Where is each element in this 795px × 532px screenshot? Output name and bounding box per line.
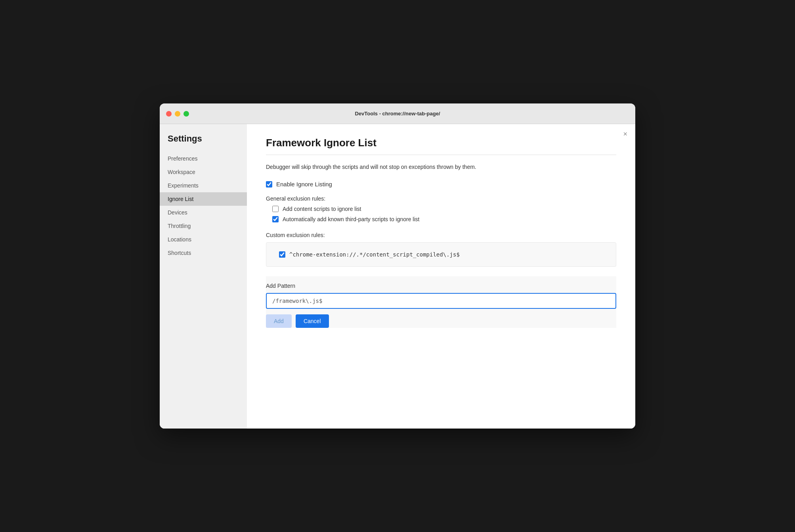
- sidebar-item-ignore-list[interactable]: Ignore List: [160, 192, 247, 206]
- custom-exclusion-section: Custom exclusion rules: ^chrome-extensio…: [266, 232, 616, 267]
- add-button[interactable]: Add: [266, 314, 292, 328]
- sidebar-heading: Settings: [160, 134, 247, 152]
- auto-third-party-label[interactable]: Automatically add known third-party scri…: [283, 216, 419, 222]
- sidebar-item-locations[interactable]: Locations: [160, 233, 247, 246]
- add-content-scripts-row: Add content scripts to ignore list: [272, 206, 616, 212]
- general-exclusion-section: General exclusion rules: Add content scr…: [266, 195, 616, 222]
- window-title: DevTools - chrome://new-tab-page/: [355, 111, 440, 117]
- add-content-scripts-checkbox[interactable]: [272, 206, 279, 212]
- custom-rule-row-0: ^chrome-extension://.*/content_script_co…: [279, 247, 610, 262]
- sidebar-item-workspace[interactable]: Workspace: [160, 165, 247, 179]
- add-pattern-section: Add Pattern Add Cancel: [266, 276, 616, 328]
- pattern-input[interactable]: [266, 293, 616, 309]
- devtools-window: DevTools - chrome://new-tab-page/ Settin…: [160, 103, 635, 429]
- chrome-ext-rule-label[interactable]: ^chrome-extension://.*/content_script_co…: [289, 251, 460, 258]
- page-description: Debugger will skip through the scripts a…: [266, 163, 616, 171]
- maximize-traffic-light[interactable]: [183, 111, 189, 117]
- sidebar-item-throttling[interactable]: Throttling: [160, 219, 247, 233]
- add-pattern-label: Add Pattern: [266, 283, 616, 289]
- minimize-traffic-light[interactable]: [175, 111, 180, 117]
- sidebar-item-devices[interactable]: Devices: [160, 206, 247, 219]
- title-divider: [266, 155, 616, 155]
- sidebar: Settings Preferences Workspace Experimen…: [160, 124, 247, 429]
- close-button[interactable]: ×: [623, 130, 627, 138]
- sidebar-item-shortcuts[interactable]: Shortcuts: [160, 246, 247, 260]
- cancel-button[interactable]: Cancel: [296, 314, 329, 328]
- sidebar-item-experiments[interactable]: Experiments: [160, 179, 247, 192]
- traffic-lights: [166, 111, 189, 117]
- enable-ignore-listing-label[interactable]: Enable Ignore Listing: [276, 181, 332, 188]
- button-row: Add Cancel: [266, 314, 616, 328]
- sidebar-item-preferences[interactable]: Preferences: [160, 152, 247, 165]
- main-content: × Framework Ignore List Debugger will sk…: [247, 124, 635, 429]
- close-traffic-light[interactable]: [166, 111, 172, 117]
- auto-third-party-checkbox[interactable]: [272, 216, 279, 222]
- page-title: Framework Ignore List: [266, 137, 616, 149]
- enable-ignore-listing-row: Enable Ignore Listing: [266, 181, 616, 188]
- general-exclusion-label: General exclusion rules:: [266, 195, 616, 202]
- custom-exclusion-label: Custom exclusion rules:: [266, 232, 616, 238]
- chrome-ext-rule-checkbox[interactable]: [279, 251, 285, 258]
- auto-third-party-row: Automatically add known third-party scri…: [272, 216, 616, 222]
- enable-ignore-listing-checkbox[interactable]: [266, 181, 272, 188]
- add-content-scripts-label[interactable]: Add content scripts to ignore list: [283, 206, 361, 212]
- titlebar: DevTools - chrome://new-tab-page/: [160, 103, 635, 124]
- custom-rules-list: ^chrome-extension://.*/content_script_co…: [266, 242, 616, 267]
- window-body: Settings Preferences Workspace Experimen…: [160, 124, 635, 429]
